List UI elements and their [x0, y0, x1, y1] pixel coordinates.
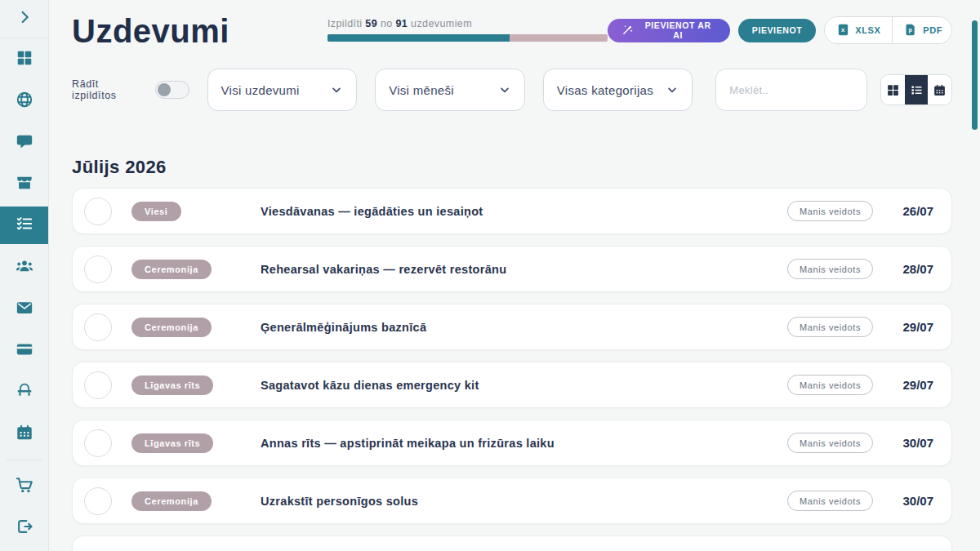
page-header: Uzdevumi Izpildīti 59 no 91 uzdevumiem P… — [72, 11, 952, 51]
task-row: Līgavas rīts Annas rīts — apstiprināt me… — [72, 420, 952, 466]
task-checkbox[interactable] — [84, 256, 112, 283]
task-title: Annas rīts — apstiprināt meikapa un friz… — [261, 437, 555, 450]
sidebar-item-storefront[interactable] — [0, 163, 48, 205]
export-group: x XLSX p PDF — [824, 16, 952, 44]
storefront-icon — [16, 174, 33, 195]
view-switcher — [880, 74, 952, 105]
task-title: Uzrakstīt personīgos solus — [261, 495, 418, 508]
add-button[interactable]: PIEVIENOT — [738, 19, 816, 42]
grid-view-button[interactable] — [881, 75, 905, 104]
task-date: 29/07 — [873, 320, 933, 334]
task-checkbox[interactable] — [84, 429, 112, 457]
category-filter-value: Visas kategorijas — [557, 83, 653, 97]
task-list: Viesi Viesdāvanas — iegādāties un iesaiņ… — [72, 188, 952, 551]
sidebar-item-chat[interactable] — [0, 122, 48, 163]
bench-icon — [16, 382, 33, 403]
task-checkbox[interactable] — [84, 198, 112, 225]
sidebar-item-people[interactable] — [0, 247, 48, 288]
add-with-ai-button[interactable]: PIEVIENOT AR AI — [608, 19, 729, 42]
export-xlsx-button[interactable]: x XLSX — [825, 17, 893, 43]
chevron-down-icon — [666, 83, 679, 96]
progress-done-count: 59 — [365, 18, 377, 29]
sidebar — [0, 0, 49, 551]
sidebar-item-grid[interactable] — [0, 38, 48, 80]
svg-text:p: p — [909, 27, 913, 33]
scrollbar-thumb[interactable] — [972, 20, 978, 130]
task-row: Ceremonija Rehearsal vakariņas — rezervē… — [72, 246, 952, 292]
sidebar-item-checklist[interactable] — [0, 207, 48, 244]
list-view-button[interactable] — [905, 75, 929, 104]
pdf-file-icon: p — [904, 23, 918, 38]
sidebar-item-credit-card[interactable] — [0, 330, 48, 371]
month-filter-dropdown[interactable]: Visi mēneši — [375, 69, 525, 111]
tasks-filter-dropdown[interactable]: Visi uzdevumi — [207, 69, 358, 111]
task-title: Sagatavot kāzu dienas emergency kit — [261, 379, 479, 392]
category-badge: Viesi — [131, 202, 181, 221]
credit-card-icon — [16, 340, 33, 362]
toggle-knob — [158, 83, 171, 96]
category-badge: Ceremonija — [131, 260, 212, 279]
calendar-icon — [933, 83, 947, 97]
progress-bar-track — [327, 34, 608, 42]
sidebar-collapse-button[interactable] — [0, 0, 48, 38]
calendar-icon — [16, 424, 33, 445]
envelope-icon — [16, 299, 33, 320]
task-date: 28/07 — [873, 262, 933, 276]
cart-icon — [16, 476, 33, 497]
creator-badge: Manis veidots — [787, 433, 873, 453]
sidebar-item-logout[interactable] — [0, 507, 48, 549]
creator-badge: Manis veidots — [787, 259, 873, 279]
progress-suffix: uzdevumiem — [411, 18, 472, 29]
task-date: 30/07 — [873, 494, 933, 508]
category-badge: Līgavas rīts — [131, 375, 213, 395]
add-label: PIEVIENOT — [752, 25, 802, 35]
xlsx-label: XLSX — [855, 25, 880, 35]
progress-bar-fill — [327, 34, 510, 42]
people-icon — [16, 257, 33, 278]
task-row: Līgavas rīts Sagatavot kāzu dienas emerg… — [72, 362, 952, 408]
show-completed-label: Rādīt izpildītos — [72, 78, 145, 101]
calendar-view-button[interactable] — [928, 75, 951, 104]
task-title: Rehearsal vakariņas — rezervēt restorānu — [261, 263, 506, 276]
category-filter-dropdown[interactable]: Visas kategorijas — [543, 69, 693, 111]
pdf-label: PDF — [923, 25, 942, 35]
sidebar-item-bench[interactable] — [0, 371, 48, 413]
header-buttons: PIEVIENOT AR AI PIEVIENOT x XLSX p PDF — [608, 16, 952, 44]
globe-icon — [16, 91, 33, 112]
chevron-down-icon — [330, 83, 343, 96]
task-checkbox[interactable] — [84, 487, 112, 515]
chevron-down-icon — [498, 83, 511, 96]
task-row-partial — [72, 535, 952, 551]
sidebar-item-envelope[interactable] — [0, 288, 48, 330]
creator-badge: Manis veidots — [787, 201, 873, 221]
task-row: Ceremonija Uzrakstīt personīgos solus Ma… — [72, 478, 952, 524]
add-with-ai-label: PIEVIENOT AR AI — [639, 20, 715, 40]
search-input[interactable] — [715, 69, 867, 111]
sidebar-item-globe[interactable] — [0, 80, 48, 122]
task-title: Viesdāvanas — iegādāties un iesaiņot — [261, 205, 483, 218]
logout-icon — [16, 518, 33, 539]
chat-icon — [16, 132, 33, 153]
list-icon — [910, 83, 924, 97]
task-row: Ceremonija Ģenerālmēģinājums baznīcā Man… — [72, 304, 952, 350]
grid-icon — [16, 49, 33, 70]
sidebar-item-cart[interactable] — [0, 465, 48, 507]
category-badge: Līgavas rīts — [131, 433, 213, 453]
task-date: 30/07 — [873, 436, 933, 450]
progress-label: Izpildīti 59 no 91 uzdevumiem — [327, 18, 608, 29]
month-filter-value: Visi mēneši — [389, 83, 454, 97]
task-row: Viesi Viesdāvanas — iegādāties un iesaiņ… — [72, 188, 952, 234]
progress-total-count: 91 — [396, 18, 408, 29]
show-completed-toggle[interactable] — [155, 81, 189, 99]
task-date: 29/07 — [873, 378, 933, 392]
xlsx-file-icon: x — [836, 23, 850, 38]
sidebar-divider — [7, 460, 42, 460]
grid-icon — [886, 83, 900, 97]
page-title: Uzdevumi — [72, 11, 229, 51]
filter-bar: Rādīt izpildītos Visi uzdevumi Visi mēne… — [72, 69, 952, 111]
task-checkbox[interactable] — [84, 371, 112, 399]
task-checkbox[interactable] — [84, 313, 112, 341]
creator-badge: Manis veidots — [787, 491, 873, 511]
sidebar-item-calendar[interactable] — [0, 413, 48, 455]
export-pdf-button[interactable]: p PDF — [893, 17, 952, 43]
